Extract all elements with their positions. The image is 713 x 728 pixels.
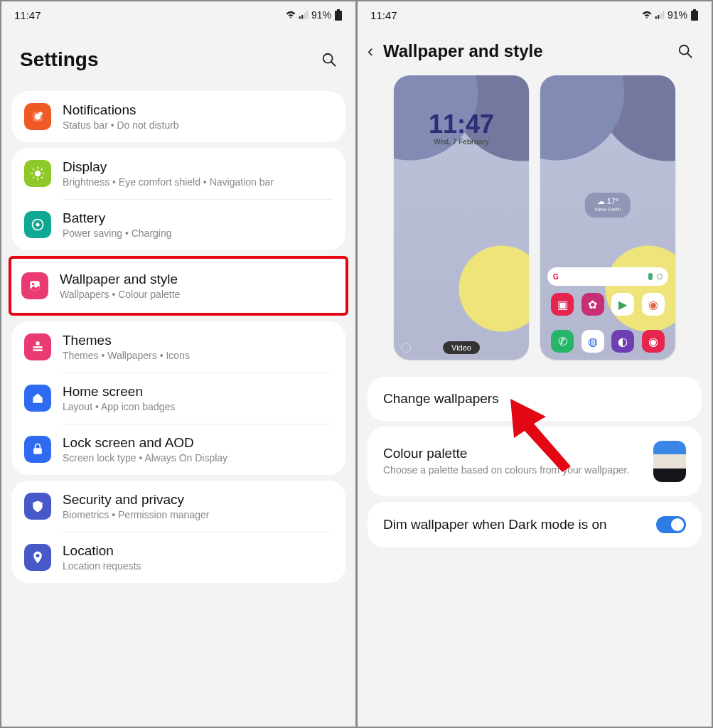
status-icons: 91%	[642, 9, 699, 21]
signal-icon	[299, 11, 309, 19]
svg-rect-4	[335, 11, 342, 21]
signal-icon	[655, 11, 665, 19]
battery-icon	[690, 9, 699, 21]
item-subtitle: Layout • App icon badges	[63, 401, 333, 412]
settings-item-wallpaper-and-style[interactable]: Wallpaper and styleWallpapers • Colour p…	[11, 259, 345, 313]
settings-item-lock-screen-and-aod[interactable]: Lock screen and AODScreen lock type • Al…	[11, 424, 345, 475]
item-subtitle: Biometrics • Permission manager	[63, 509, 333, 520]
svg-line-19	[33, 177, 34, 178]
svg-rect-34	[693, 9, 696, 11]
item-subtitle: Location requests	[63, 560, 333, 572]
dock: ✆ ◍ ◐ ◉	[540, 330, 675, 353]
svg-point-21	[36, 223, 40, 227]
svg-rect-0	[299, 16, 301, 19]
change-wallpapers-option[interactable]: Change wallpapers	[368, 377, 702, 421]
location-icon	[24, 544, 51, 571]
wifi-icon	[286, 11, 296, 19]
svg-point-10	[39, 112, 43, 115]
svg-line-17	[41, 177, 43, 178]
item-subtitle: Power saving • Charging	[63, 228, 333, 239]
weather-widget: ☁ 17° New Delhi	[585, 193, 631, 218]
camera-icon	[401, 343, 411, 353]
notifications-icon	[24, 103, 51, 130]
phone-app-icon: ✆	[551, 330, 574, 353]
clock: 11:47	[14, 9, 41, 21]
dim-toggle[interactable]	[656, 516, 686, 533]
messages-app-icon: ◍	[581, 330, 604, 353]
settings-list[interactable]: NotificationsStatus bar • Do not disturb…	[1, 85, 355, 727]
settings-item-battery[interactable]: BatteryPower saving • Charging	[11, 199, 345, 250]
page-title: Settings	[20, 48, 98, 71]
security-and-privacy-icon	[24, 493, 51, 520]
svg-rect-29	[655, 16, 657, 19]
svg-point-11	[35, 171, 41, 176]
item-title: Display	[63, 159, 333, 175]
battery-icon	[334, 9, 343, 21]
themes-icon	[24, 333, 51, 360]
item-subtitle: Themes • Wallpapers • Icons	[63, 350, 333, 361]
lock-screen-preview[interactable]: 11:47 Wed, 7 February Video	[394, 75, 529, 360]
status-bar: 11:47 91%	[1, 1, 355, 28]
google-folder-icon: ◉	[642, 293, 665, 316]
highlighted-group: Wallpaper and styleWallpapers • Colour p…	[9, 256, 348, 316]
search-icon[interactable]	[677, 43, 693, 59]
home-screen-preview[interactable]: ☁ 17° New Delhi G ▣ ✿ ▶ ◉ • • • ✆ ◍ ◐	[540, 75, 675, 360]
status-icons: 91%	[286, 9, 343, 21]
gallery-app-icon: ✿	[581, 293, 604, 316]
display-icon	[24, 160, 51, 187]
wallpaper-content[interactable]: 11:47 Wed, 7 February Video ☁ 17° New De…	[358, 75, 712, 727]
settings-item-display[interactable]: DisplayBrightness • Eye comfort shield •…	[11, 148, 345, 199]
svg-rect-24	[36, 342, 40, 346]
svg-line-18	[41, 168, 43, 170]
svg-rect-30	[658, 15, 659, 19]
settings-group: Security and privacyBiometrics • Permiss…	[11, 481, 345, 583]
svg-rect-33	[691, 11, 698, 21]
wallpaper-style-screen: 11:47 91% ‹ Wallpaper and style 11:47 We…	[358, 1, 712, 727]
wallpaper-header: ‹ Wallpaper and style	[358, 28, 712, 75]
status-bar: 11:47 91%	[358, 1, 712, 28]
page-title: Wallpaper and style	[383, 41, 543, 61]
browser-app-icon: ◐	[611, 330, 634, 353]
battery-percent: 91%	[311, 9, 331, 21]
search-icon[interactable]	[321, 52, 337, 68]
settings-item-notifications[interactable]: NotificationsStatus bar • Do not disturb	[11, 91, 345, 142]
settings-screen: 11:47 91% Settings NotificationsStatus b…	[1, 1, 355, 727]
item-subtitle: Wallpapers • Colour palette	[60, 289, 336, 300]
lock-date: Wed, 7 February	[394, 138, 529, 146]
settings-group: NotificationsStatus bar • Do not disturb	[11, 91, 345, 142]
back-button[interactable]: ‹	[368, 41, 373, 61]
settings-header: Settings	[1, 28, 355, 85]
video-badge: Video	[443, 341, 480, 354]
settings-item-home-screen[interactable]: Home screenLayout • App icon badges	[11, 373, 345, 424]
palette-swatch	[653, 441, 686, 482]
svg-rect-3	[306, 11, 308, 18]
battery-icon	[24, 211, 51, 238]
play-store-icon: ▶	[611, 293, 634, 316]
settings-group: DisplayBrightness • Eye comfort shield •…	[11, 148, 345, 250]
wallpaper-and-style-icon	[21, 272, 48, 299]
item-subtitle: Screen lock type • Always On Display	[63, 452, 333, 464]
svg-rect-31	[660, 13, 662, 18]
change-wallpapers-label: Change wallpapers	[383, 391, 686, 407]
settings-item-location[interactable]: LocationLocation requests	[11, 532, 345, 583]
lock-screen-and-aod-icon	[24, 436, 51, 463]
wifi-icon	[642, 11, 652, 19]
camera-app-icon: ◉	[642, 330, 665, 353]
colour-palette-option[interactable]: Colour palette Choose a palette based on…	[368, 427, 702, 496]
settings-item-security-and-privacy[interactable]: Security and privacyBiometrics • Permiss…	[11, 481, 345, 532]
store-app-icon: ▣	[551, 293, 574, 316]
settings-item-themes[interactable]: ThemesThemes • Wallpapers • Icons	[11, 321, 345, 373]
svg-rect-26	[33, 349, 42, 351]
lock-clock: 11:47	[394, 109, 529, 139]
item-title: Home screen	[63, 384, 333, 400]
colour-palette-label: Colour palette	[383, 446, 653, 461]
svg-point-23	[32, 283, 34, 285]
item-title: Wallpaper and style	[60, 272, 336, 287]
svg-line-36	[687, 53, 692, 58]
google-search-bar: G	[547, 267, 668, 286]
svg-rect-5	[337, 9, 340, 11]
svg-point-6	[323, 54, 333, 63]
dim-wallpaper-option[interactable]: Dim wallpaper when Dark mode is on	[368, 502, 702, 547]
item-title: Security and privacy	[63, 492, 333, 508]
svg-point-35	[680, 46, 689, 55]
